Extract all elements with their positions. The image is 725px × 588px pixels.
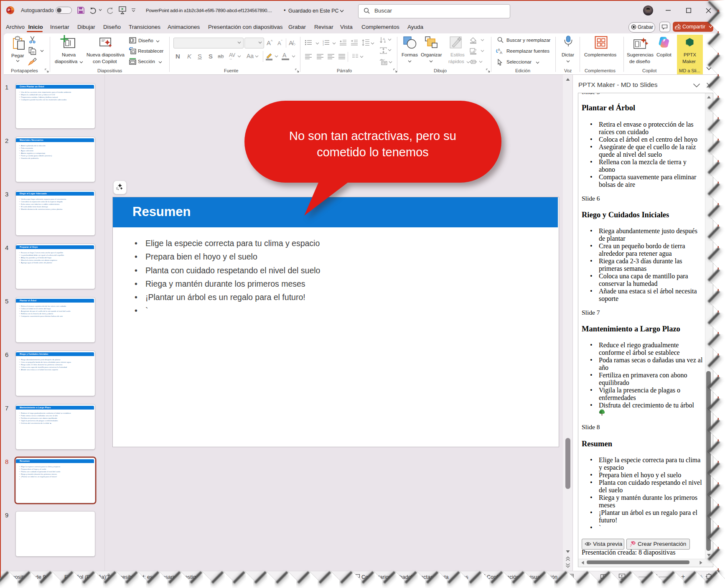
svg-text:A: A xyxy=(500,51,502,55)
svg-text:P: P xyxy=(8,8,10,12)
svg-text:3: 3 xyxy=(323,43,324,46)
